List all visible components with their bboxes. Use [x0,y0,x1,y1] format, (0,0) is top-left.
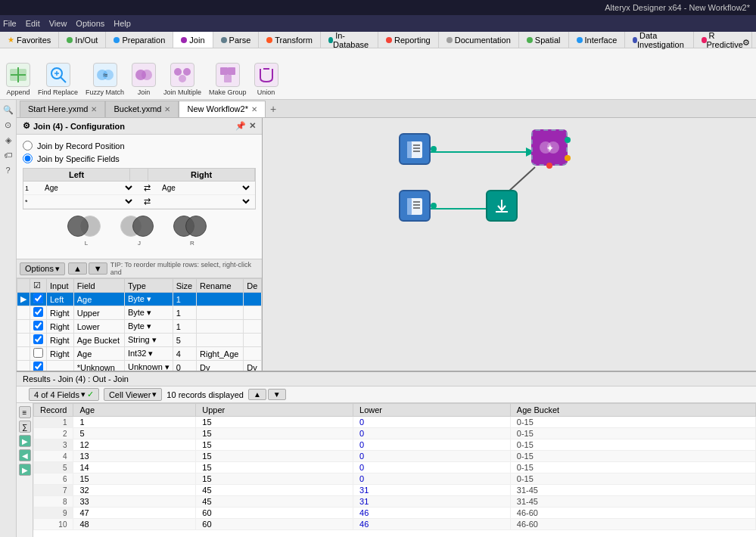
check-cell[interactable] [30,320,47,334]
col-rename: Rename [197,279,244,293]
results-col-age: Age [73,404,196,417]
bottom-icon-3[interactable]: ▶ [19,435,31,447]
node-output[interactable] [486,190,518,222]
add-tab-button[interactable]: + [266,101,281,116]
join-by-fields-radio[interactable] [23,154,33,163]
tool-fuzzy-match[interactable]: ≈ Fuzzy Match [82,61,127,98]
doc-tab-workflow2[interactable]: New Workflow2* ✕ [179,101,266,117]
field-count-button[interactable]: 4 of 4 Fields ▾ ✓ [29,388,99,401]
check-cell[interactable] [30,334,47,347]
check-cell[interactable] [30,306,47,320]
menu-file[interactable]: File [3,19,17,28]
venn-left[interactable]: L [67,216,105,247]
icon-search[interactable]: 🔍 [2,103,15,116]
sort-down-button[interactable]: ▼ [89,262,107,275]
de-cell: Dy [244,361,262,371]
nav-up-button[interactable]: ▲ [248,389,266,400]
bottom-panel: Results - Join (4) : Out - Join 4 of 4 F… [17,371,756,537]
tab-join[interactable]: Join [173,32,213,48]
tab-interface[interactable]: Interface [569,32,626,48]
node-join[interactable]: ✦ [531,129,568,166]
col-expand [17,279,30,293]
de-cell [244,293,262,306]
venn-right[interactable]: R [173,216,211,247]
icon-help[interactable]: ? [2,163,15,177]
tab-transform[interactable]: Transform [259,32,321,48]
join-right-field-1[interactable]: Age [159,183,252,193]
result-row-8: 947604646-60 [34,508,756,519]
icon-results[interactable]: ◈ [2,133,15,147]
node-input-2[interactable] [399,190,431,222]
result-row-0: 111500-15 [34,417,756,428]
icon-workflow[interactable]: ⊙ [2,118,15,132]
workflow-canvas[interactable]: ✦ [263,118,756,371]
tool-union[interactable]: Union [251,61,282,98]
results-col-lower: Lower [353,404,511,417]
icon-tags[interactable]: 🏷 [2,148,15,162]
join-fields-table: Left Right 1 Age [23,168,256,210]
title-bar: Alteryx Designer x64 - New Workflow2* [0,0,756,15]
join-left-field-2[interactable] [42,197,135,206]
tool-make-group[interactable]: Make Group [206,61,250,98]
nav-down-button[interactable]: ▼ [268,389,286,400]
menu-view[interactable]: View [49,19,67,28]
menu-options[interactable]: Options [76,19,104,28]
bottom-icon-1[interactable]: ≡ [19,406,31,418]
panel-close-button[interactable]: ✕ [249,121,256,131]
expand-cell[interactable]: ▶ [17,293,30,306]
rename-cell [197,306,244,320]
tool-join[interactable]: Join [129,61,159,98]
tool-find-replace[interactable]: Find Replace [35,61,81,98]
cell-viewer-button[interactable]: Cell Viewer ▾ [104,388,162,401]
check-cell[interactable] [30,347,47,361]
tab-inout[interactable]: In/Out [59,32,106,48]
field-row-3: RightAge BucketString ▾5 [17,334,262,347]
bottom-icon-5[interactable]: ▶ [19,464,31,476]
tab-spatial[interactable]: Spatial [519,32,569,48]
de-cell [244,306,262,320]
close-workflow2[interactable]: ✕ [251,105,257,113]
rename-cell: Right_Age [197,347,244,361]
options-button[interactable]: Options ▾ [20,262,65,275]
tab-reporting[interactable]: Reporting [378,32,439,48]
tab-indatabase[interactable]: In-Database [321,32,378,48]
tab-datainv[interactable]: Data Investigation [625,32,694,48]
check-cell[interactable] [30,293,47,306]
tool-join-multiple[interactable]: Join Multiple [160,61,204,98]
tab-documentation[interactable]: Documentation [439,32,519,48]
results-table: Record Age Upper Lower Age Bucket 111500… [33,403,756,537]
bottom-icon-2[interactable]: ∑ [19,421,31,433]
doc-tab-starthre[interactable]: Start Here.yxmd ✕ [20,101,105,117]
check-cell[interactable] [30,361,47,371]
sort-buttons: ▲ ▼ [68,262,107,275]
node-input-1[interactable] [399,133,431,165]
col-size: Size [173,279,196,293]
join-by-fields-row: Join by Specific Fields [23,154,256,163]
close-starthre[interactable]: ✕ [91,105,97,113]
join-by-position-radio[interactable] [23,141,33,151]
tab-favorites[interactable]: ★ Favorites [0,32,59,48]
svg-point-13 [183,68,191,76]
sort-up-button[interactable]: ▲ [68,262,87,275]
expand-cell [17,334,30,347]
venn-inner[interactable]: J [120,216,158,247]
tip-text: TIP: To reorder multiple rows: select, r… [110,261,259,276]
tab-parse[interactable]: Parse [213,32,260,48]
bottom-icon-4[interactable]: ◀ [19,449,31,461]
col-field: Field [73,279,124,293]
join-right-field-2[interactable] [159,197,252,206]
field-cell: Lower [73,320,124,334]
doc-tab-bucket[interactable]: Bucket.yxmd ✕ [105,101,179,117]
close-bucket[interactable]: ✕ [164,105,170,113]
config-panel-icon: ⚙ [23,121,30,131]
menu-edit[interactable]: Edit [26,19,40,28]
size-cell: 4 [173,347,196,361]
type-cell: Byte ▾ [124,306,173,320]
menu-help[interactable]: Help [114,19,131,28]
tab-preparation[interactable]: Preparation [106,32,173,48]
bottom-title: Results - Join (4) : Out - Join [23,374,129,383]
join-left-field-1[interactable]: Age [42,183,135,193]
tab-timeseries[interactable]: R Time Series [752,32,756,48]
panel-pin-button[interactable]: 📌 [235,121,246,131]
tool-append[interactable]: Append [3,61,33,98]
